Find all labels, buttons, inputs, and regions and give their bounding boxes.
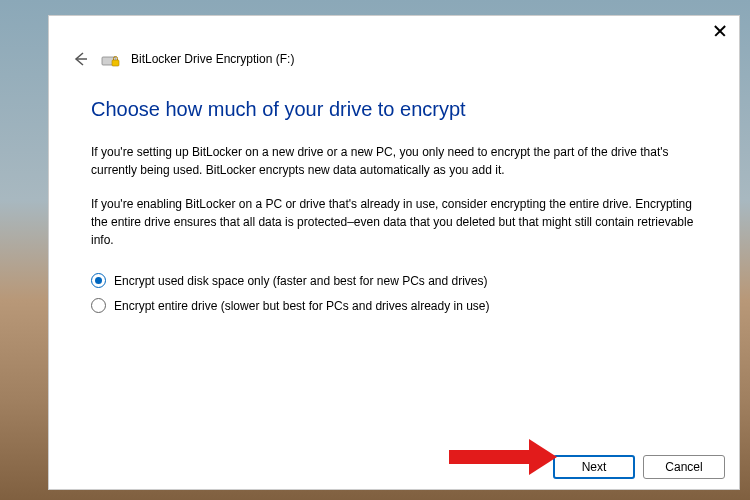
option-used-space-only[interactable]: Encrypt used disk space only (faster and… [91, 273, 699, 288]
close-icon[interactable] [713, 24, 727, 38]
description-paragraph-1: If you're setting up BitLocker on a new … [91, 143, 699, 179]
dialog-header: BitLocker Drive Encryption (F:) [49, 48, 739, 70]
next-button[interactable]: Next [553, 455, 635, 479]
breadcrumb: BitLocker Drive Encryption (F:) [131, 52, 294, 66]
titlebar [49, 16, 739, 52]
description-paragraph-2: If you're enabling BitLocker on a PC or … [91, 195, 699, 249]
page-title: Choose how much of your drive to encrypt [91, 98, 699, 121]
radio-label: Encrypt used disk space only (faster and… [114, 274, 488, 288]
cancel-button[interactable]: Cancel [643, 455, 725, 479]
dialog-footer: Next Cancel [49, 445, 739, 489]
svg-rect-2 [112, 60, 119, 66]
bitlocker-dialog: BitLocker Drive Encryption (F:) Choose h… [48, 15, 740, 490]
encryption-options: Encrypt used disk space only (faster and… [91, 273, 699, 313]
radio-label: Encrypt entire drive (slower but best fo… [114, 299, 490, 313]
drive-lock-icon [101, 51, 121, 67]
back-arrow-icon[interactable] [69, 48, 91, 70]
radio-icon [91, 298, 106, 313]
radio-icon [91, 273, 106, 288]
option-entire-drive[interactable]: Encrypt entire drive (slower but best fo… [91, 298, 699, 313]
arrow-annotation-icon [449, 439, 557, 475]
dialog-content: Choose how much of your drive to encrypt… [49, 70, 739, 445]
